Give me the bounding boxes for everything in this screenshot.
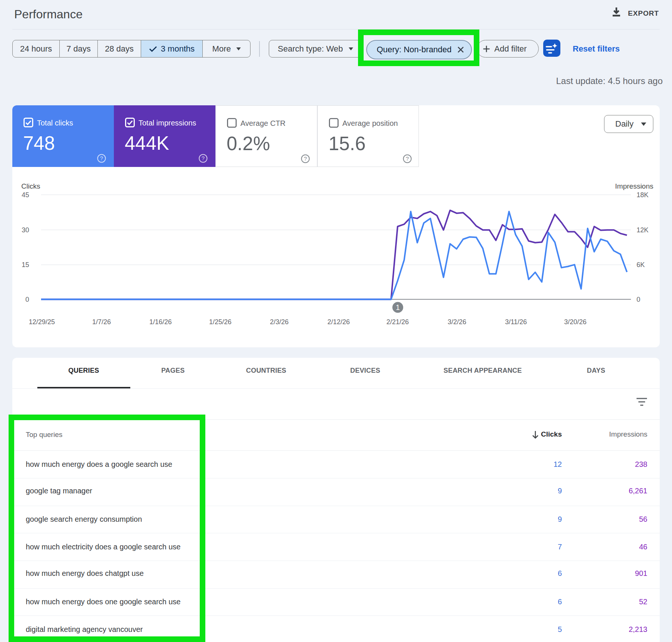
svg-text:1: 1 (396, 303, 400, 311)
